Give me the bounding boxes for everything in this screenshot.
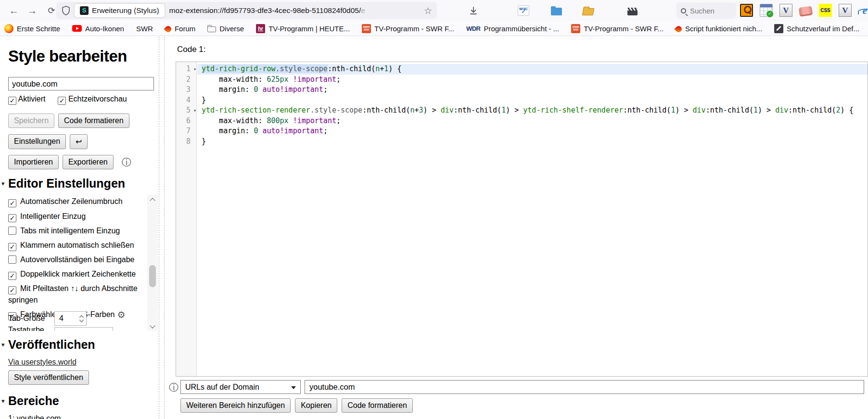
hr-icon: hr <box>256 24 265 33</box>
search-box[interactable] <box>677 2 736 19</box>
url-bar[interactable]: S Erweiterung (Stylus) moz-extension://f… <box>56 2 437 19</box>
editor-option-label: Doppelklick markiert Zeichenkette <box>20 270 136 278</box>
code-line[interactable]: } <box>197 95 868 106</box>
checkbox-aktiviert[interactable]: ✓ Aktiviert <box>8 95 45 105</box>
script-scroll-icon[interactable] <box>799 6 813 17</box>
bookmark-item[interactable]: Script funktioniert nich... <box>676 25 762 33</box>
table-check-icon[interactable] <box>760 4 773 17</box>
line-number: 5▾ <box>176 105 196 116</box>
editor-code-area[interactable]: ytd-rich-grid-row.style-scope:nth-child(… <box>197 62 868 376</box>
stepper-arrows[interactable] <box>77 312 86 325</box>
userstyles-world-link[interactable]: Via userstyles.world <box>8 358 77 367</box>
site-search-orange-icon[interactable] <box>740 4 753 17</box>
sidebar-splitter[interactable] <box>159 37 165 419</box>
export-button[interactable]: Exportieren <box>63 155 114 169</box>
editor-option[interactable]: ✓Automatischer Zeilenumbruch <box>8 196 147 207</box>
css-yellow-icon[interactable]: CSS <box>819 4 832 17</box>
bookmark-item[interactable]: Auto-Ikonen <box>72 25 124 33</box>
apply-to-dropdown[interactable]: URLs auf der Domain <box>180 380 301 394</box>
bookmark-star-icon[interactable]: ☆ <box>424 5 432 16</box>
scroll-up-arrow[interactable] <box>147 195 158 205</box>
bookmark-item[interactable]: Schutzverlauf im Def... <box>774 24 859 33</box>
back-button[interactable]: ← <box>7 3 21 18</box>
scroll-down-arrow[interactable] <box>147 321 158 331</box>
undo-button[interactable]: ↩ <box>70 134 88 149</box>
checkbox-box[interactable]: ✓ <box>8 286 16 294</box>
info-icon[interactable]: ⓘ <box>122 157 131 167</box>
checkbox-box[interactable]: ✓ <box>58 97 66 105</box>
bookmark-item[interactable]: Forum <box>165 25 195 33</box>
bookmark-item[interactable]: SWRTV-Programm - SWR F... <box>362 24 454 33</box>
checkbox-box[interactable]: ✓ <box>8 243 16 251</box>
code-line[interactable]: max-width: 800px !important; <box>197 116 868 127</box>
editor-option[interactable]: ✓Klammern automatisch schließen <box>8 240 147 251</box>
code-line[interactable]: margin: 0 auto!important; <box>197 126 868 137</box>
youtube-icon <box>72 25 82 32</box>
editor-option[interactable]: ✓Doppelklick markiert Zeichenkette <box>8 268 147 280</box>
checkbox-echtzeitvorschau[interactable]: ✓ Echtzeitvorschau <box>58 95 127 105</box>
url-trail: e <box>361 6 365 14</box>
swr-icon: SWR <box>362 24 371 33</box>
editor-option[interactable]: Tabs mit intelligentem Einzug <box>8 225 147 236</box>
gear-icon[interactable]: ⚙ <box>117 309 126 320</box>
bookmark-item[interactable]: Diverse <box>207 25 244 33</box>
fold-arrow-icon[interactable]: ▾ <box>193 64 196 75</box>
scrollbar-thumb[interactable] <box>149 265 156 287</box>
ie-blue-icon[interactable]: e <box>858 4 868 17</box>
format-code-button[interactable]: Code formatieren <box>58 114 129 128</box>
forward-button[interactable]: → <box>25 3 39 18</box>
clapperboard-icon[interactable] <box>625 4 639 17</box>
shield-icon[interactable] <box>62 6 70 15</box>
publish-style-button[interactable]: Style veröffentlichen <box>8 370 89 385</box>
keymap-input[interactable] <box>54 327 113 331</box>
bookmark-item[interactable]: WDRProgrammübersicht - ... <box>466 25 559 33</box>
tab-size-stepper[interactable]: 4 <box>54 311 87 326</box>
fold-arrow-icon[interactable]: ▾ <box>193 105 196 116</box>
flame-icon <box>674 25 683 33</box>
code-line[interactable]: max-width: 625px !important; <box>197 75 868 85</box>
settings-button[interactable]: Einstellungen <box>8 134 66 149</box>
bookmark-item[interactable]: SWR <box>136 25 153 33</box>
sidebar-scrollbar[interactable] <box>147 195 158 331</box>
code-line[interactable]: ytd-rich-section-renderer.style-scope:nt… <box>197 105 868 116</box>
sections-heading[interactable]: ▾Bereiche <box>1 394 59 408</box>
editor-option[interactable]: ✓Intelligenter Einzug <box>8 211 147 222</box>
publish-heading[interactable]: ▾Veröffentlichen <box>1 338 95 352</box>
w3c-validator-icon[interactable]: W3C <box>517 4 530 17</box>
format-code-button-bottom[interactable]: Code formatieren <box>342 398 413 413</box>
checkbox-box[interactable] <box>8 227 16 235</box>
style-name-input[interactable] <box>8 77 154 90</box>
checkbox-box[interactable]: ✓ <box>8 97 16 105</box>
code-editor[interactable]: 1▾2345▾678 ytd-rich-grid-row.style-scope… <box>176 62 868 377</box>
copy-button[interactable]: Kopieren <box>295 398 337 413</box>
v-gray-icon[interactable]: V <box>839 4 852 17</box>
save-button[interactable]: Speichern <box>8 114 54 128</box>
checkbox-box[interactable] <box>8 255 16 264</box>
code-line[interactable]: ytd-rich-grid-row.style-scope:nth-child(… <box>197 64 868 75</box>
code-line[interactable]: } <box>197 137 868 147</box>
import-button[interactable]: Importieren <box>8 155 59 169</box>
folder-open-icon[interactable] <box>581 4 595 17</box>
bookmark-item[interactable]: hrTV-Programm | HEUTE... <box>256 24 350 33</box>
chevron-down-icon[interactable] <box>79 317 84 322</box>
code-line[interactable]: margin: 0 auto!important; <box>197 85 868 95</box>
editor-option[interactable]: Autovervollständigen bei Eingabe <box>8 254 147 265</box>
apply-to-domain-input[interactable] <box>305 380 864 394</box>
checkbox-box[interactable]: ✓ <box>8 272 16 280</box>
editor-settings-heading[interactable]: ▾Editor Einstellungen <box>1 177 125 190</box>
download-icon[interactable] <box>467 4 480 17</box>
checkbox-box[interactable]: ✓ <box>8 214 16 222</box>
checkbox-box[interactable]: ✓ <box>8 199 16 207</box>
extension-icons-row: VCSSVe <box>740 4 868 18</box>
bookmark-item[interactable]: Erste Schritte <box>4 24 60 33</box>
editor-option[interactable]: ✓Mit Pfeiltasten ↑↓ durch Abschnitte spr… <box>8 283 147 305</box>
section-anchor-item[interactable]: 1: youtube.com <box>8 414 61 419</box>
extension-identity-chip: S Erweiterung (Stylus) <box>75 4 165 17</box>
add-section-button[interactable]: Weiteren Bereich hinzufügen <box>180 398 291 413</box>
bookmark-item[interactable]: SWRTV-Programm - SWR F... <box>571 24 664 33</box>
v-gray-icon[interactable]: V <box>779 4 792 17</box>
editor-options-list: ✓Automatischer Zeilenumbruch✓Intelligent… <box>8 196 147 323</box>
folder-blue-icon[interactable] <box>549 4 563 17</box>
search-input[interactable] <box>690 7 728 15</box>
apply-to-info-icon[interactable]: ⓘ <box>169 381 179 394</box>
